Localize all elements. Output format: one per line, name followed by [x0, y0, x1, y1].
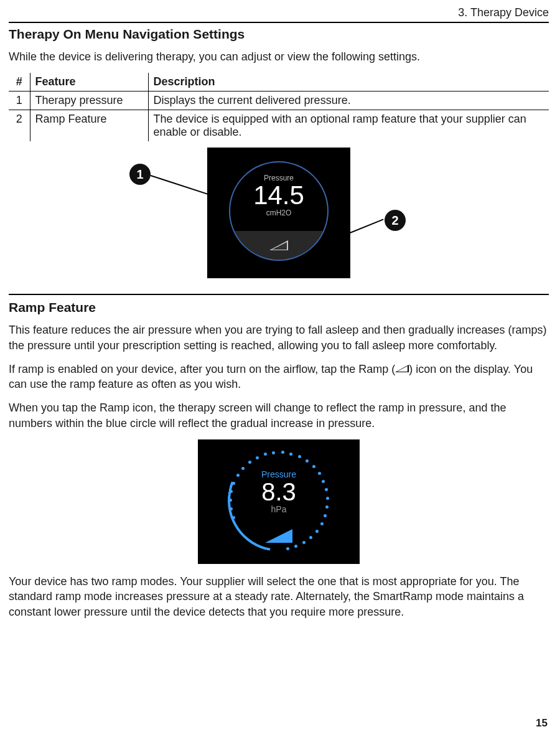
- callout-1: 1: [129, 164, 151, 185]
- pressure-gauge: Pressure 8.3 hPa: [198, 469, 360, 514]
- section-intro: While the device is delivering therapy, …: [9, 49, 549, 64]
- cell-desc: Displays the current delivered pressure.: [148, 92, 549, 110]
- cell-feature: Ramp Feature: [30, 110, 148, 142]
- feature-table: # Feature Description 1 Therapy pressure…: [9, 73, 549, 141]
- ramp-icon: [395, 365, 409, 372]
- pressure-gauge: Pressure 14.5 cmH2O: [229, 161, 329, 261]
- ramp-p2-before: If ramp is enabled on your device, after…: [9, 363, 395, 375]
- table-row: 1 Therapy pressure Displays the current …: [9, 92, 549, 110]
- ramp-icon: [265, 529, 292, 543]
- chapter-header: 3. Therapy Device: [9, 6, 549, 23]
- page-number: 15: [536, 717, 548, 730]
- pressure-unit: hPa: [198, 504, 360, 514]
- callout-2: 2: [385, 210, 406, 231]
- th-feature: Feature: [30, 73, 148, 92]
- ramp-paragraph-1: This feature reduces the air pressure wh…: [9, 322, 549, 353]
- pressure-value: 8.3: [198, 479, 360, 504]
- section-title-therapy-on: Therapy On Menu Navigation Settings: [9, 27, 549, 42]
- th-desc: Description: [148, 73, 549, 92]
- ramp-icon: [269, 240, 288, 250]
- ramp-button-area: [230, 231, 327, 260]
- cell-num: 2: [9, 110, 30, 142]
- cell-num: 1: [9, 92, 30, 110]
- device-screen: Pressure 14.5 cmH2O: [207, 148, 350, 278]
- device-screen-figure-2: Pressure 8.3 hPa: [198, 439, 360, 564]
- th-num: #: [9, 73, 30, 92]
- ramp-paragraph-3: When you tap the Ramp icon, the therapy …: [9, 400, 549, 431]
- cell-feature: Therapy pressure: [30, 92, 148, 110]
- section-title-ramp: Ramp Feature: [9, 300, 549, 315]
- cell-desc: The device is equipped with an optional …: [148, 110, 549, 142]
- divider: [9, 294, 549, 295]
- table-row: 2 Ramp Feature The device is equipped wi…: [9, 110, 549, 142]
- callout-lead: [151, 175, 210, 195]
- device-screen-figure-1: Pressure 14.5 cmH2O 1 2: [123, 148, 434, 288]
- pressure-unit: cmH2O: [266, 209, 292, 217]
- ramp-paragraph-4: Your device has two ramp modes. Your sup…: [9, 574, 549, 619]
- ramp-paragraph-2: If ramp is enabled on your device, after…: [9, 362, 549, 392]
- pressure-value: 14.5: [253, 182, 304, 209]
